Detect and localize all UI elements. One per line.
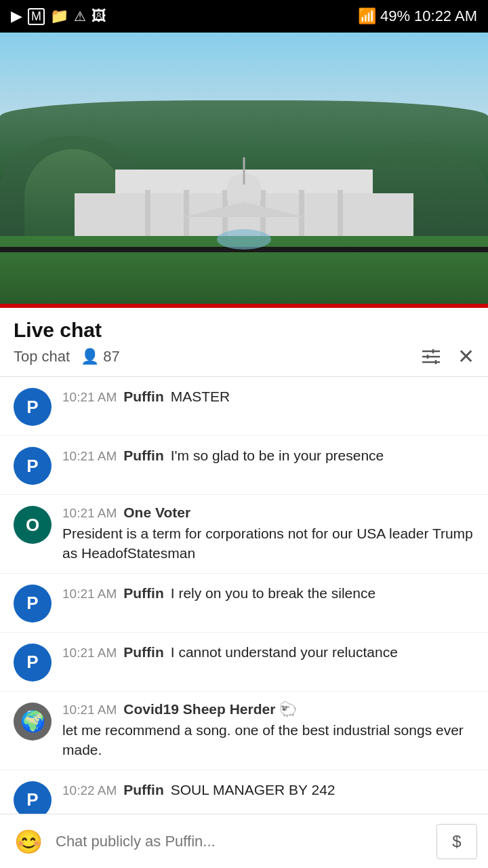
message-author: One Voter xyxy=(123,505,190,521)
chat-message: O 10:21 AM One Voter President is a term… xyxy=(0,495,488,574)
send-icon: $ xyxy=(452,832,461,851)
close-icon: ✕ xyxy=(458,344,474,368)
message-author: Puffin xyxy=(123,389,163,405)
viewers-count: 👤 87 xyxy=(81,348,119,366)
message-header: 10:22 AM Puffin SOUL MANAGER BY 242 xyxy=(62,780,474,800)
message-text: I'm so glad to be in your presence xyxy=(171,446,384,465)
avatar: 🌍 xyxy=(14,703,52,741)
message-header: 10:21 AM One Voter xyxy=(62,505,474,521)
message-header: 10:21 AM Puffin I cannot understand your… xyxy=(62,642,474,662)
chat-message: P 10:21 AM Puffin MASTER xyxy=(0,377,488,436)
chat-message: P 10:21 AM Puffin I'm so glad to be in y… xyxy=(0,436,488,495)
message-time: 10:21 AM xyxy=(62,703,117,717)
video-thumbnail[interactable] xyxy=(0,33,488,304)
avatar: P xyxy=(14,585,52,623)
message-author: Puffin xyxy=(123,644,163,660)
chat-messages-list: P 10:21 AM Puffin MASTER P 10:21 AM Puff… xyxy=(0,377,488,868)
avatar: P xyxy=(14,644,52,682)
message-header: 10:21 AM Covid19 Sheep Herder 🐑 xyxy=(62,701,474,717)
message-author: Puffin xyxy=(123,585,163,601)
m-icon: M xyxy=(28,8,45,25)
wifi-icon: 📶 xyxy=(358,7,376,25)
message-content: 10:21 AM Puffin MASTER xyxy=(62,387,474,409)
chat-message: 🌍 10:21 AM Covid19 Sheep Herder 🐑 let me… xyxy=(0,692,488,770)
emoji-button[interactable]: 😊 xyxy=(11,824,46,859)
chat-input-bar: 😊 $ xyxy=(0,814,488,868)
chat-meta-row: Top chat 👤 87 ✕ xyxy=(14,344,474,368)
message-content: 10:21 AM Puffin I cannot understand your… xyxy=(62,642,474,665)
chat-message: P 10:21 AM Puffin I cannot understand yo… xyxy=(0,633,488,692)
message-content: 10:21 AM One Voter President is a term f… xyxy=(62,505,474,564)
message-text: I rely on you to break the silence xyxy=(171,583,375,603)
emoji-icon: 😊 xyxy=(14,828,43,855)
message-author: Puffin xyxy=(123,782,163,798)
image-icon: 🖼 xyxy=(92,7,106,25)
message-author: Puffin xyxy=(123,448,163,464)
folder-icon: 📁 xyxy=(50,7,68,25)
live-chat-title: Live chat xyxy=(14,319,474,342)
message-time: 10:21 AM xyxy=(62,506,117,521)
message-text: I cannot understand your reluctance xyxy=(171,642,398,662)
alert-icon: ⚠ xyxy=(74,8,86,24)
message-content: 10:22 AM Puffin SOUL MANAGER BY 242 xyxy=(62,780,474,802)
message-text: MASTER xyxy=(171,387,230,406)
viewer-number: 87 xyxy=(103,348,119,366)
avatar: O xyxy=(14,506,52,544)
message-content: 10:21 AM Covid19 Sheep Herder 🐑 let me r… xyxy=(62,701,474,760)
chat-meta-left: Top chat 👤 87 xyxy=(14,348,120,366)
chat-header: Live chat Top chat 👤 87 ✕ xyxy=(0,308,488,377)
avatar: P xyxy=(14,447,52,485)
battery-text: 49% xyxy=(380,7,410,25)
avatar: P xyxy=(14,388,52,426)
message-text: let me recommend a song. one of the best… xyxy=(62,720,474,760)
send-button[interactable]: $ xyxy=(436,824,477,859)
message-time: 10:21 AM xyxy=(62,449,117,464)
chat-input[interactable] xyxy=(56,833,427,850)
white-house-image xyxy=(0,33,488,304)
chat-meta-right: ✕ xyxy=(421,344,474,368)
status-right: 📶 49% 10:22 AM xyxy=(358,7,477,25)
message-text: President is a term for corporations not… xyxy=(62,524,474,564)
viewer-icon: 👤 xyxy=(81,348,99,366)
message-header: 10:21 AM Puffin MASTER xyxy=(62,387,474,406)
time-display: 10:22 AM xyxy=(414,7,477,25)
message-header: 10:21 AM Puffin I'm so glad to be in you… xyxy=(62,446,474,465)
message-time: 10:21 AM xyxy=(62,646,117,660)
message-time: 10:22 AM xyxy=(62,783,117,798)
status-bar: ▶ M 📁 ⚠ 🖼 📶 49% 10:22 AM xyxy=(0,0,488,33)
message-content: 10:21 AM Puffin I'm so glad to be in you… xyxy=(62,446,474,468)
close-button[interactable]: ✕ xyxy=(458,344,474,368)
chat-message: P 10:21 AM Puffin I rely on you to break… xyxy=(0,574,488,633)
status-left-icons: ▶ M 📁 ⚠ 🖼 xyxy=(11,7,106,25)
message-author: Covid19 Sheep Herder 🐑 xyxy=(123,701,297,717)
top-chat-label[interactable]: Top chat xyxy=(14,348,70,366)
filter-button[interactable] xyxy=(421,349,441,365)
message-text: SOUL MANAGER BY 242 xyxy=(171,780,336,800)
message-time: 10:21 AM xyxy=(62,390,117,405)
message-header: 10:21 AM Puffin I rely on you to break t… xyxy=(62,583,474,603)
message-time: 10:21 AM xyxy=(62,587,117,601)
message-content: 10:21 AM Puffin I rely on you to break t… xyxy=(62,583,474,606)
youtube-icon: ▶ xyxy=(11,7,22,25)
